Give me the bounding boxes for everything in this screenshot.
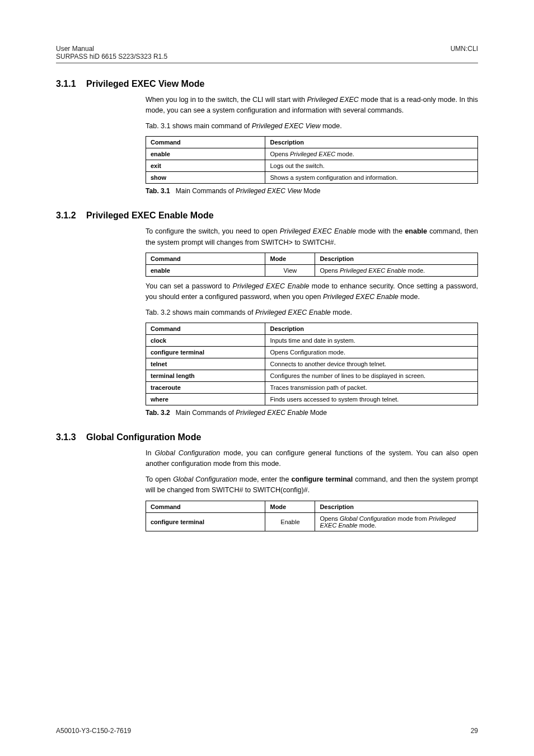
table-row: clockInputs time and date in system. [146,335,478,347]
th-description: Description [315,501,478,512]
header-right: UMN:CLI [451,45,478,60]
table-row: configure terminalOpens Configuration mo… [146,347,478,358]
paragraph: When you log in to the switch, the CLI w… [146,95,478,116]
table-row: show Shows a system configuration and in… [146,172,478,184]
header-rule [56,63,478,63]
table-caption: Tab. 3.2 Main Commands of Privileged EXE… [146,409,478,417]
cell: where [146,394,265,405]
cell: configure terminal [146,512,265,531]
cell: Configures the number of lines to be dis… [265,370,478,382]
cell: enable [146,148,265,160]
cell: traceroute [146,382,265,394]
header-left-bottom: SURPASS hiD 6615 S223/S323 R1.5 [56,53,167,60]
table-row: exit Logs out the switch. [146,160,478,172]
cell: show [146,172,265,184]
footer-left: A50010-Y3-C150-2-7619 [56,727,131,735]
footer-page-number: 29 [471,727,478,735]
cell: terminal length [146,370,265,382]
cell: Inputs time and date in system. [265,335,478,347]
table-enable-cmd: Command Mode Description enable View Ope… [146,253,478,277]
table-row: terminal lengthConfigures the number of … [146,370,478,382]
cell: Shows a system configuration and informa… [265,172,478,184]
section-number: 3.1.3 [56,432,86,442]
th-description: Description [265,323,478,335]
paragraph: To open Global Configuration mode, enter… [146,474,478,496]
cell: Finds users accessed to system through t… [265,394,478,405]
cell: Traces transmission path of packet. [265,382,478,394]
section-number: 3.1.2 [56,211,86,221]
th-description: Description [315,253,478,264]
table-3-1: Command Description enable Opens Privile… [146,136,478,184]
table-caption: Tab. 3.1 Main Commands of Privileged EXE… [146,187,478,195]
section-number: 3.1.1 [56,79,86,89]
th-command: Command [146,253,265,264]
th-command: Command [146,137,265,148]
th-command: Command [146,323,265,335]
section-heading-3-1-2: 3.1.2Privileged EXEC Enable Mode [56,211,478,221]
section-title-text: Privileged EXEC View Mode [86,79,204,88]
th-mode: Mode [265,253,315,264]
table-row: enable View Opens Privileged EXEC Enable… [146,264,478,276]
th-mode: Mode [265,501,315,512]
table-3-2: Command Description clockInputs time and… [146,323,478,405]
section-heading-3-1-1: 3.1.1Privileged EXEC View Mode [56,79,478,89]
th-description: Description [265,137,478,148]
paragraph: Tab. 3.1 shows main command of Privilege… [146,121,478,132]
paragraph: Tab. 3.2 shows main commands of Privileg… [146,307,478,318]
header-left-top: User Manual [56,45,167,53]
cell: Opens Privileged EXEC mode. [265,148,478,160]
paragraph: In Global Configuration mode, you can co… [146,448,478,470]
table-row: enable Opens Privileged EXEC mode. [146,148,478,160]
cell: enable [146,264,265,276]
table-row: whereFinds users accessed to system thro… [146,394,478,405]
section-heading-3-1-3: 3.1.3Global Configuration Mode [56,432,478,442]
table-configure-terminal: Command Mode Description configure termi… [146,501,478,531]
table-row: tracerouteTraces transmission path of pa… [146,382,478,394]
cell: clock [146,335,265,347]
section-title-text: Global Configuration Mode [86,432,201,442]
cell: Enable [265,512,315,531]
cell: Opens Privileged EXEC Enable mode. [315,264,478,276]
cell: exit [146,160,265,172]
cell: View [265,264,315,276]
th-command: Command [146,501,265,512]
paragraph: To configure the switch, you need to ope… [146,226,478,248]
cell: Connects to another device through telne… [265,358,478,370]
paragraph: You can set a password to Privileged EXE… [146,281,478,303]
section-title-text: Privileged EXEC Enable Mode [86,211,214,220]
cell: Opens Global Configuration mode from Pri… [315,512,478,531]
cell: telnet [146,358,265,370]
cell: configure terminal [146,347,265,358]
table-row: configure terminal Enable Opens Global C… [146,512,478,531]
cell: Opens Configuration mode. [265,347,478,358]
table-row: telnetConnects to another device through… [146,358,478,370]
cell: Logs out the switch. [265,160,478,172]
